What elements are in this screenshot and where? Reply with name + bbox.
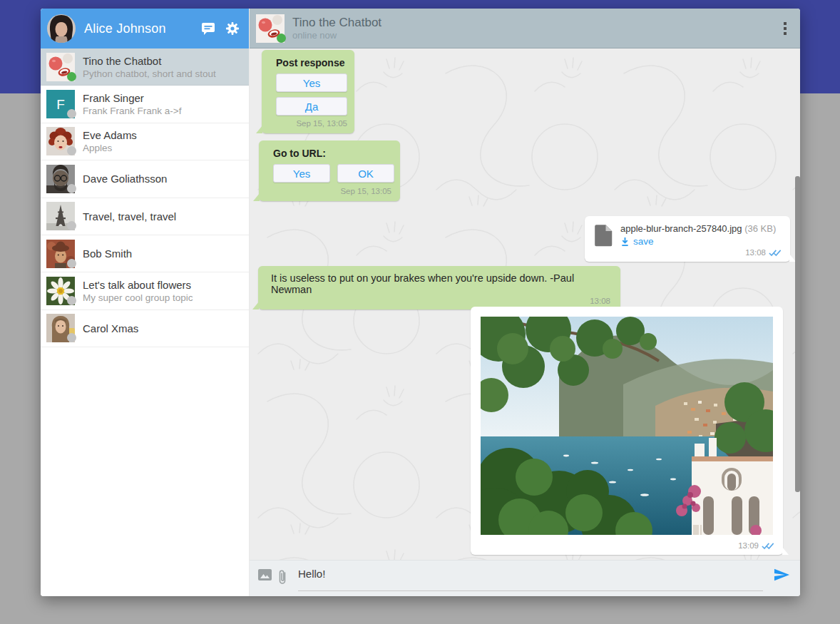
contact-name: Frank Singer — [83, 91, 181, 105]
message-input[interactable] — [298, 567, 763, 580]
contact-subtitle: My super cool group topic — [83, 292, 193, 304]
message-text: It is useless to put on your brakes when… — [258, 266, 620, 310]
sidebar-header: Alice Johnson — [41, 9, 249, 48]
status-dot — [67, 184, 76, 193]
chat-header: Tino the Chatbot online now — [250, 9, 800, 48]
inline-button-yes[interactable]: Yes — [276, 73, 347, 92]
message-title: Post response — [276, 57, 347, 68]
gear-icon[interactable] — [225, 21, 240, 36]
send-icon[interactable] — [774, 568, 790, 584]
status-dot — [67, 72, 76, 81]
photo-attachment[interactable] — [481, 317, 773, 535]
contact-name: Let's talk about flowers — [83, 278, 193, 292]
chat-title: Tino the Chatbot — [292, 16, 381, 30]
sidebar-item-travel[interactable]: Travel, travel, travel — [41, 198, 249, 235]
inline-button-da[interactable]: Да — [276, 97, 347, 116]
message-file: apple-blur-branch-257840.jpg (36 KB) sav… — [585, 216, 790, 262]
message-timestamp: 13:09 — [738, 541, 759, 550]
chat-scrollbar-thumb[interactable] — [795, 176, 800, 492]
file-save-link[interactable]: save — [620, 236, 654, 247]
contact-subtitle: Python chatbot, short and stout — [83, 68, 216, 80]
contact-subtitle: Frank Frank Frank a->f — [83, 105, 181, 117]
message-photo: 13:09 — [471, 307, 783, 555]
status-dot — [67, 333, 76, 342]
status-dot — [277, 34, 286, 43]
contact-subtitle: Apples — [83, 142, 137, 154]
status-dot — [67, 146, 76, 155]
kebab-menu-icon[interactable] — [780, 19, 790, 39]
contact-name: Eve Adams — [83, 128, 137, 142]
status-dot — [67, 259, 76, 268]
double-check-icon — [762, 542, 774, 550]
message-timestamp: 13:08 — [271, 297, 610, 305]
contact-name: Dave Goliathsson — [83, 172, 167, 185]
message-inline-buttons-go-to-url: Go to URL: Yes OK Sep 15, 13:05 — [259, 140, 400, 201]
message-title: Go to URL: — [273, 148, 394, 159]
status-dot — [67, 221, 76, 230]
message-timestamp: 13:08 — [745, 248, 766, 257]
file-size: (36 KB) — [744, 223, 776, 234]
chat-icon[interactable] — [200, 21, 216, 36]
message-input-underline — [298, 567, 763, 591]
sidebar-item-dave-goliathsson[interactable]: Dave Goliathsson — [41, 160, 249, 198]
sidebar-item-flowers-group[interactable]: Let's talk about flowers My super cool g… — [41, 272, 249, 310]
contact-name: Bob Smith — [83, 247, 132, 260]
contact-name: Travel, travel, travel — [83, 210, 176, 223]
chat-panel: Tino the Chatbot online now — [250, 9, 800, 596]
sidebar-item-carol-xmas[interactable]: Carol Xmas — [41, 310, 249, 347]
contact-name: Tino the Chatbot — [83, 54, 216, 68]
attach-icon[interactable] — [278, 569, 287, 588]
app-window: Alice Johnson — [41, 9, 800, 596]
message-timestamp: Sep 15, 13:05 — [276, 119, 347, 128]
message-timestamp: Sep 15, 13:05 — [273, 187, 394, 195]
inline-button-ok[interactable]: OK — [337, 164, 394, 183]
account-name: Alice Johnson — [84, 21, 192, 36]
message-body: It is useless to put on your brakes when… — [271, 272, 610, 295]
sidebar: Alice Johnson — [41, 9, 250, 596]
picture-icon[interactable] — [258, 569, 272, 583]
inline-button-yes[interactable]: Yes — [273, 164, 330, 183]
sidebar-item-tino-the-chatbot[interactable]: Tino the Chatbot Python chatbot, short a… — [41, 48, 249, 86]
sidebar-item-eve-adams[interactable]: Eve Adams Apples — [41, 123, 249, 160]
file-name-line: apple-blur-branch-257840.jpg (36 KB) — [620, 223, 776, 234]
sidebar-item-frank-singer[interactable]: F Frank Singer Frank Frank Frank a->f — [41, 86, 249, 123]
file-name: apple-blur-branch-257840.jpg — [620, 223, 742, 234]
document-icon — [593, 223, 613, 247]
composer-bar — [250, 560, 800, 596]
status-dot — [67, 296, 76, 305]
status-dot — [67, 109, 76, 118]
save-label: save — [633, 236, 654, 247]
svg-text:F: F — [56, 97, 65, 112]
sidebar-item-bob-smith[interactable]: Bob Smith — [41, 235, 249, 272]
contact-name: Carol Xmas — [83, 322, 138, 335]
avatar — [47, 14, 76, 43]
chat-status: online now — [292, 30, 381, 41]
message-inline-buttons-post-response: Post response Yes Да Sep 15, 13:05 — [262, 50, 354, 133]
double-check-icon — [769, 249, 782, 257]
download-icon — [620, 237, 630, 247]
message-list: Post response Yes Да Sep 15, 13:05 Go to… — [250, 48, 800, 560]
